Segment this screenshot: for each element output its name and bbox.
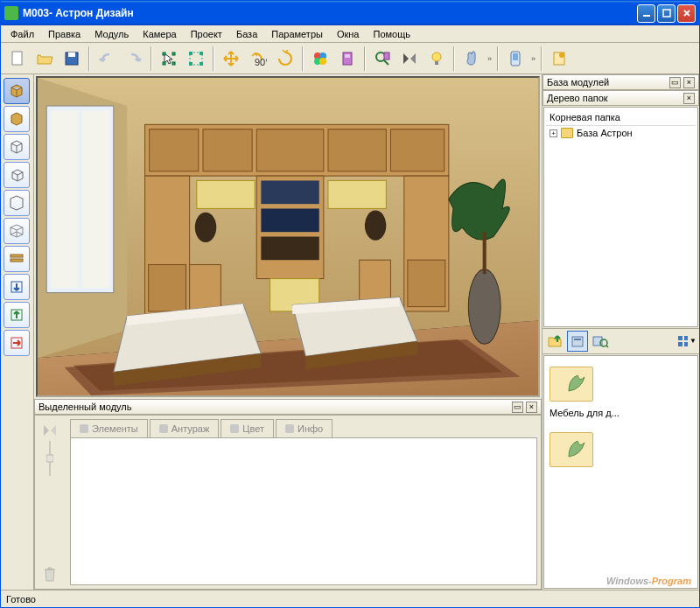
- panel-dock-button[interactable]: ▭: [512, 402, 523, 413]
- panel-dock-button[interactable]: ▭: [669, 77, 681, 88]
- main-window: M003- Астрон Дизайн Файл Правка Модуль К…: [0, 0, 700, 608]
- svg-point-23: [432, 52, 441, 61]
- tab-color[interactable]: Цвет: [220, 419, 274, 437]
- thumb-label: Мебель для д...: [550, 405, 620, 418]
- tab-row: Элементы Антураж Цвет Инфо: [70, 419, 537, 438]
- export-button[interactable]: [546, 45, 572, 72]
- menu-module[interactable]: Модуль: [88, 27, 135, 41]
- svg-rect-63: [328, 180, 386, 208]
- redo-button[interactable]: [121, 45, 147, 72]
- cube-solid-icon: [8, 110, 25, 128]
- shelf-button[interactable]: [4, 246, 30, 272]
- folder-open-icon: [36, 50, 53, 67]
- leaf-icon: [565, 439, 590, 464]
- chevron-icon[interactable]: »: [529, 54, 537, 63]
- server-search-icon: [592, 333, 609, 349]
- tab-icon: [80, 424, 88, 433]
- tab-entourage[interactable]: Антураж: [150, 419, 220, 437]
- tab-label: Цвет: [242, 423, 264, 434]
- menu-project[interactable]: Проект: [185, 27, 228, 41]
- lightbulb-button[interactable]: [424, 45, 450, 72]
- tree-item[interactable]: + База Астрон: [546, 126, 696, 140]
- wireframe-button[interactable]: [4, 218, 30, 244]
- titlebar[interactable]: M003- Астрон Дизайн: [1, 1, 699, 25]
- thumbnails-area[interactable]: Мебель для д...: [543, 355, 698, 590]
- statusbar: Готово: [1, 590, 699, 607]
- folder-tree-header[interactable]: Дерево папок ×: [542, 90, 699, 106]
- panel-close-button[interactable]: ×: [683, 77, 695, 88]
- new-file-button[interactable]: [4, 45, 31, 72]
- palette-button[interactable]: [307, 45, 333, 72]
- tab-info[interactable]: Инфо: [276, 419, 332, 437]
- rotate-90-button[interactable]: 90°: [245, 45, 271, 72]
- thumb-item[interactable]: [550, 427, 620, 471]
- arrow-up-button[interactable]: [4, 302, 30, 328]
- door-button[interactable]: [334, 45, 360, 72]
- hand-button[interactable]: [458, 45, 485, 72]
- pointer-button[interactable]: [156, 45, 182, 72]
- phone-button[interactable]: [502, 45, 528, 72]
- cylinder-button[interactable]: [4, 190, 30, 216]
- expand-icon[interactable]: +: [550, 129, 557, 137]
- svg-text:90°: 90°: [255, 57, 267, 67]
- open-button[interactable]: [32, 45, 58, 72]
- panel-title: Дерево папок: [547, 93, 683, 103]
- up-folder-button[interactable]: [544, 331, 565, 352]
- folder-icon: [561, 128, 573, 138]
- 3d-viewport[interactable]: [36, 76, 540, 397]
- folder-tree[interactable]: Корневая папка + База Астрон: [543, 107, 698, 327]
- tab-elements[interactable]: Элементы: [70, 419, 148, 437]
- menu-base[interactable]: База: [230, 27, 263, 41]
- tab-icon: [159, 424, 168, 433]
- chevron-icon[interactable]: »: [486, 54, 494, 63]
- minimize-button[interactable]: [637, 4, 655, 23]
- menu-help[interactable]: Помощь: [367, 27, 416, 41]
- close-icon: [682, 9, 691, 17]
- wireframe-icon: [8, 222, 25, 240]
- close-button[interactable]: [677, 4, 696, 23]
- bottom-panel: Выделенный модуль ▭ × Эл: [34, 399, 542, 590]
- menu-camera[interactable]: Камера: [136, 27, 182, 41]
- cube-back-button[interactable]: [4, 162, 30, 188]
- mirror-module-button[interactable]: [38, 419, 61, 442]
- selected-module-header[interactable]: Выделенный модуль ▭ ×: [34, 399, 542, 415]
- panel-close-button[interactable]: ×: [683, 93, 695, 104]
- cube-front-button[interactable]: [4, 134, 30, 160]
- chevron-down-icon: ▼: [690, 337, 696, 345]
- arrow-right-button[interactable]: [4, 330, 30, 356]
- phone-icon: [508, 50, 522, 67]
- save-button[interactable]: [59, 45, 85, 72]
- tree-panel: Корневая папка + База Астрон: [542, 106, 699, 328]
- module-base-header[interactable]: База модулей ▭ ×: [542, 74, 699, 90]
- tab-label: Элементы: [92, 423, 138, 434]
- svg-rect-13: [200, 62, 203, 66]
- server1-button[interactable]: [567, 331, 588, 352]
- menu-file[interactable]: Файл: [4, 27, 40, 41]
- watermark-b: Program: [652, 576, 691, 586]
- menu-params[interactable]: Параметры: [265, 27, 329, 41]
- view-mode-button[interactable]: ▼: [676, 331, 697, 352]
- hand-icon: [463, 50, 480, 67]
- thumb-item[interactable]: Мебель для д...: [550, 361, 620, 418]
- magnify-button[interactable]: [369, 45, 396, 72]
- rotate-button[interactable]: [272, 45, 298, 72]
- toolbar-separator: [453, 46, 455, 71]
- slider-button[interactable]: [38, 447, 61, 470]
- move-button[interactable]: [218, 45, 244, 72]
- menu-windows[interactable]: Окна: [331, 27, 366, 41]
- undo-button[interactable]: [94, 45, 120, 72]
- maximize-button[interactable]: [657, 4, 676, 23]
- box-solid-button[interactable]: [4, 106, 30, 132]
- server-search-button[interactable]: [590, 331, 611, 352]
- primitive-generic-button[interactable]: [4, 78, 30, 104]
- arrow-down-button[interactable]: [4, 274, 30, 300]
- svg-rect-57: [408, 260, 445, 306]
- mirror-button[interactable]: [396, 45, 423, 72]
- menu-edit[interactable]: Правка: [42, 27, 87, 41]
- select-box-button[interactable]: [183, 45, 209, 72]
- panel-close-button[interactable]: ×: [526, 402, 537, 413]
- window-controls: [637, 4, 696, 23]
- trash-button[interactable]: [38, 563, 61, 585]
- pointer-icon: [161, 51, 177, 66]
- svg-rect-54: [261, 237, 318, 261]
